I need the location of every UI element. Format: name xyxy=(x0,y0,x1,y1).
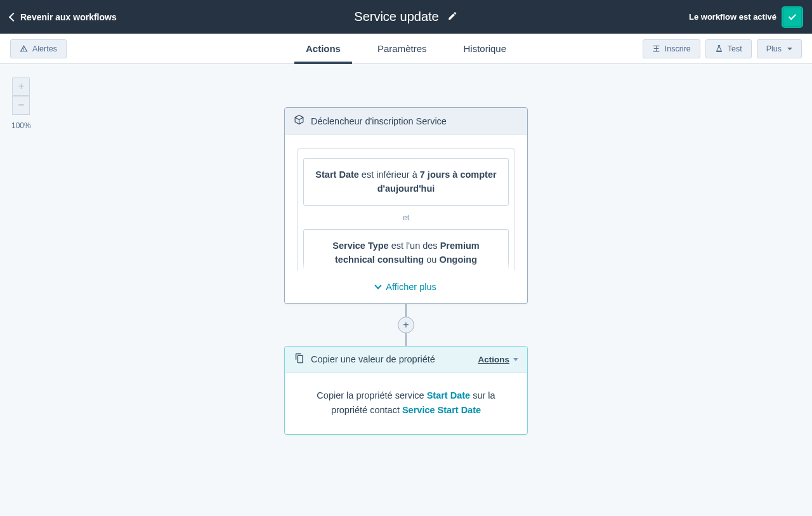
copy-icon xyxy=(294,353,304,366)
tab-settings[interactable]: Paramètres xyxy=(375,34,429,63)
editor-tabs: Actions Paramètres Historique xyxy=(303,34,509,63)
enroll-button[interactable]: Inscrire xyxy=(643,39,700,58)
filter2-prop: Service Type xyxy=(332,241,388,251)
caret-down-icon xyxy=(513,358,518,361)
more-label: Plus xyxy=(766,44,782,53)
flask-icon xyxy=(715,44,723,53)
top-bar: Revenir aux workflows Service update Le … xyxy=(0,0,812,34)
filter1-prop: Start Date xyxy=(315,169,359,180)
canvas[interactable]: + − 100% Déclencheur d'inscription Servi… xyxy=(0,64,812,516)
copy-card-header: Copier une valeur de propriété Actions xyxy=(285,347,527,373)
alerts-button[interactable]: Alertes xyxy=(10,39,67,58)
add-step-button[interactable]: + xyxy=(398,317,414,333)
tab-history[interactable]: Historique xyxy=(461,34,509,63)
check-icon xyxy=(789,12,796,20)
card-actions-dropdown[interactable]: Actions xyxy=(478,355,518,364)
enroll-icon xyxy=(652,44,660,53)
filter-group: Start Date est inférieur à 7 jours à com… xyxy=(298,149,514,270)
show-more-button[interactable]: Afficher plus xyxy=(285,270,527,303)
trigger-body: Start Date est inférieur à 7 jours à com… xyxy=(285,135,527,270)
chevron-down-icon xyxy=(375,282,382,289)
show-more-label: Afficher plus xyxy=(386,282,436,292)
zoom-controls: + − 100% xyxy=(11,77,31,130)
back-label: Revenir aux workflows xyxy=(20,12,117,22)
trigger-title: Déclencheur d'inscription Service xyxy=(311,116,518,126)
cube-icon xyxy=(294,114,304,128)
toolbar: Alertes Actions Paramètres Historique In… xyxy=(0,34,812,64)
back-to-workflows-link[interactable]: Revenir aux workflows xyxy=(10,12,117,22)
zoom-out-button[interactable]: − xyxy=(12,96,30,115)
fade-overlay xyxy=(298,261,514,270)
toolbar-right: Inscrire Test Plus xyxy=(643,39,802,58)
alerts-label: Alertes xyxy=(32,44,57,53)
card-actions-label: Actions xyxy=(478,355,509,364)
workflow-flow: Déclencheur d'inscription Service Start … xyxy=(284,107,528,435)
zoom-in-button[interactable]: + xyxy=(12,77,30,96)
caret-down-icon xyxy=(787,48,792,50)
copy-title: Copier une valeur de propriété xyxy=(311,354,471,364)
filter1-mid: est inférieur à xyxy=(359,169,420,180)
more-button[interactable]: Plus xyxy=(757,39,802,58)
connector-line xyxy=(405,304,407,317)
copy-pre: Copier la propriété service xyxy=(317,390,426,400)
warning-icon xyxy=(20,44,28,53)
connector-line xyxy=(405,333,407,346)
enroll-label: Inscrire xyxy=(665,44,691,53)
copy-dst-prop[interactable]: Service Start Date xyxy=(402,405,481,415)
title-wrap: Service update xyxy=(354,10,457,24)
test-label: Test xyxy=(728,44,742,53)
copy-property-card[interactable]: Copier une valeur de propriété Actions C… xyxy=(284,346,528,435)
trigger-card-header: Déclencheur d'inscription Service xyxy=(285,108,527,135)
filter-start-date[interactable]: Start Date est inférieur à 7 jours à com… xyxy=(303,158,509,206)
chevron-left-icon xyxy=(9,12,18,21)
edit-icon[interactable] xyxy=(448,11,458,23)
workflow-title: Service update xyxy=(354,10,438,24)
status-wrap: Le workflow est activé xyxy=(689,8,802,27)
test-button[interactable]: Test xyxy=(705,39,752,58)
zoom-level: 100% xyxy=(11,121,31,130)
tab-actions[interactable]: Actions xyxy=(303,34,343,63)
trigger-card[interactable]: Déclencheur d'inscription Service Start … xyxy=(284,107,528,304)
filter-and: et xyxy=(303,206,509,229)
filter2-mid: est l'un des xyxy=(389,241,440,251)
workflow-status-label: Le workflow est activé xyxy=(689,12,776,22)
copy-body: Copier la propriété service Start Date s… xyxy=(285,373,527,434)
workflow-toggle[interactable] xyxy=(783,8,802,27)
copy-src-prop[interactable]: Start Date xyxy=(427,390,471,400)
